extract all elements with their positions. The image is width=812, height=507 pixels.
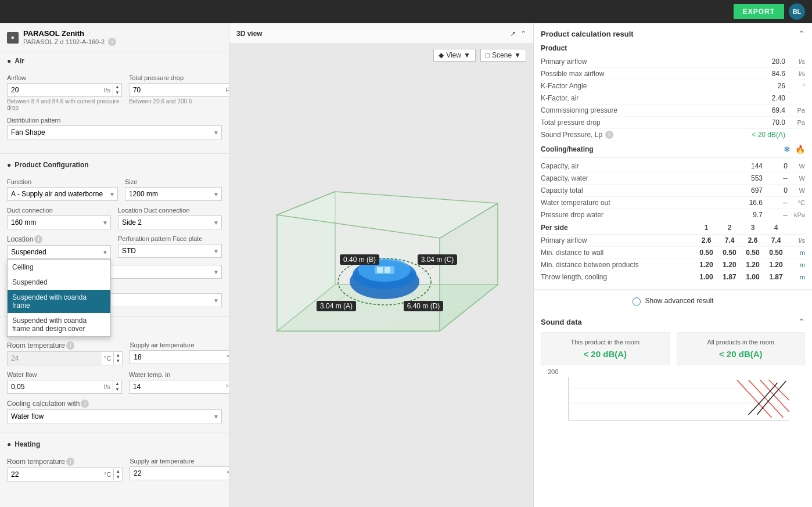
room-temp-info-icon: i	[66, 341, 74, 350]
export-button[interactable]: EXPORT	[734, 4, 784, 19]
calc-with-arrow: ▼	[211, 413, 221, 420]
function-group: Function A - Supply air and waterborne ▼	[7, 178, 118, 201]
spinner-down[interactable]: ▼	[115, 90, 120, 96]
scene-3d: 0.40 m (B) 3.04 m (C) 3.04 m (A) 6.40 m …	[242, 168, 521, 383]
sound-data-collapse-btn[interactable]: ⌃	[798, 317, 805, 326]
result-row-sound-pressure: Sound Pressure, Lp i < 20 dB(A)	[541, 129, 805, 141]
room-temp-cooling-input-wrap: °C ▲ ▼	[7, 351, 123, 365]
airflow-input-wrap: l/s ▲ ▼	[7, 83, 122, 97]
section-dot: ●	[7, 57, 11, 65]
location-duct-select-wrap: Side 2 ▼	[118, 215, 222, 229]
sound-this-value: < 20 dB(A)	[547, 349, 663, 359]
advanced-result-btn[interactable]: ◯ Show advanced result	[534, 290, 812, 311]
section-heating-header[interactable]: ● Heating	[0, 436, 229, 453]
supply-temp-heating-input[interactable]	[130, 467, 224, 480]
scene-button[interactable]: □ Scene ▼	[480, 49, 526, 62]
dropdown-item-suspended[interactable]: Suspended	[8, 275, 110, 290]
calc-with-select[interactable]: Water flow	[8, 410, 211, 423]
location-duct-select[interactable]: Side 2	[118, 216, 211, 229]
section-cooling-content: Room temperature i °C ▲ ▼ Supply air tem…	[0, 337, 229, 430]
scene-dropdown-arrow: ▼	[514, 51, 521, 59]
svg-rect-10	[385, 267, 390, 273]
location-arrow: ▼	[100, 249, 110, 256]
throw-cooling-unit-link[interactable]: m	[800, 274, 805, 281]
size-arrow: ▼	[211, 191, 221, 197]
ch-header-row: Cooling/heating ❄ 🔥	[541, 141, 805, 158]
airflow-input[interactable]	[8, 84, 102, 96]
dropdown-item-suspended-coanda-design[interactable]: Suspended with coanda frame and design c…	[8, 313, 110, 336]
calc-with-group: Cooling calculation with i Water flow ▼	[7, 400, 222, 423]
closed-sides-arrow: ▼	[211, 297, 221, 304]
min-products-unit-link[interactable]: m	[800, 261, 805, 268]
dropdown-item-ceiling[interactable]: Ceiling	[8, 260, 110, 275]
location-select-wrap: Suspended ▼	[7, 245, 111, 259]
room-temp-cooling-spinner[interactable]: ▲ ▼	[113, 353, 122, 364]
label-b: 0.40 m (B)	[343, 256, 375, 264]
pressure-drop-group: Total pressure drop Pa ▲ ▼ Between 20.6 …	[129, 74, 229, 111]
water-flow-input[interactable]	[8, 380, 102, 393]
label-a: 3.04 m (A)	[319, 302, 352, 310]
distribution-select[interactable]: Fan Shape	[8, 126, 211, 139]
supply-temp-cooling-input[interactable]	[130, 351, 224, 364]
airflow-spinner[interactable]: ▲ ▼	[113, 84, 121, 96]
collapse-view-icon[interactable]: ⌃	[520, 30, 526, 38]
size-select[interactable]: 1200 mm	[125, 188, 211, 200]
section-config-label: Product Configuration	[15, 161, 88, 169]
room-temp-cooling-group: Room temperature i °C ▲ ▼	[7, 341, 123, 365]
spinner-up[interactable]: ▲	[115, 84, 120, 90]
pressure-drop-input[interactable]	[130, 84, 224, 96]
expand-icon[interactable]: ↗	[510, 30, 516, 38]
section-air-header[interactable]: ● Air	[0, 52, 229, 70]
avatar[interactable]: BL	[789, 3, 805, 20]
supply-temp-heating-unit: °C	[224, 468, 229, 479]
svg-rect-9	[377, 267, 383, 273]
room-temp-heating-input[interactable]	[8, 468, 102, 481]
location-duct-arrow: ▼	[211, 220, 221, 226]
chart-area: 200	[541, 365, 805, 423]
result-collapse-btn[interactable]: ⌃	[798, 29, 805, 38]
location-group: Location i Suspended ▼ Ceiling Suspended…	[7, 235, 111, 259]
sound-data-header: Sound data ⌃	[541, 317, 805, 326]
water-temp-input-wrap: °C ▲ ▼	[129, 380, 229, 394]
advanced-btn-label: Show advanced result	[645, 297, 713, 305]
airflow-group: Airflow l/s ▲ ▼ Between 8.4 and 84.6 wit…	[7, 74, 122, 111]
view-button[interactable]: ◆ View ▼	[433, 49, 476, 62]
water-temp-input[interactable]	[130, 380, 224, 393]
duct-select[interactable]: 160 mm	[8, 216, 100, 229]
room-temp-heating-spinner[interactable]: ▲ ▼	[113, 469, 122, 480]
section-config-header[interactable]: ● Product Configuration	[0, 156, 229, 174]
location-select[interactable]: Suspended	[8, 246, 100, 258]
label-c: 3.04 m (C)	[421, 256, 454, 264]
min-wall-unit-link[interactable]: m	[800, 249, 805, 256]
section-dot: ●	[7, 440, 11, 448]
distribution-label: Distribution pattern	[7, 117, 222, 124]
section-config-content: Function A - Supply air and waterborne ▼…	[0, 174, 229, 314]
duct-arrow: ▼	[100, 220, 110, 226]
dropdown-item-suspended-coanda[interactable]: Suspended with coanda frame	[8, 290, 110, 313]
per-side-row-primary: Primary airflow 2.6 7.4 2.6 7.4 l/s	[541, 235, 805, 247]
room-temp-cooling-input[interactable]	[8, 352, 102, 365]
duct-group: Duct connection 160 mm ▼	[7, 207, 111, 229]
function-select[interactable]: A - Supply air and waterborne	[8, 188, 107, 200]
left-panel: ■ PARASOL Zenith PARASOL Z d 1192-A-160-…	[0, 23, 229, 507]
location-dropdown: Ceiling Suspended Suspended with coanda …	[7, 259, 111, 337]
function-label: Function	[7, 178, 118, 185]
heating-icon: 🔥	[795, 145, 805, 154]
section-heating-content: Room temperature i °C ▲ ▼ Supply air tem…	[0, 453, 229, 494]
water-flow-spinner[interactable]: ▲ ▼	[113, 381, 121, 393]
sound-this-label: This product in the room	[547, 339, 663, 346]
room-temp-heating-info-icon: i	[66, 458, 74, 466]
function-select-wrap: A - Supply air and waterborne ▼	[7, 187, 118, 201]
view-toolbar: 3D view ↗ ⌃	[229, 23, 533, 44]
result-row-kfactor-air: K-Factor, air 2.40	[541, 92, 805, 105]
location-info-icon: i	[34, 235, 42, 243]
room-temp-heating-input-wrap: °C ▲ ▼	[7, 468, 123, 481]
product-header: ■ PARASOL Zenith PARASOL Z d 1192-A-160-…	[0, 23, 229, 52]
water-flow-group: Water flow l/s ▲ ▼	[7, 371, 122, 394]
product-group-label: Product	[541, 44, 805, 52]
chart-y-label: 200	[548, 368, 558, 375]
product-icon: ■	[7, 32, 19, 44]
chart-svg	[548, 374, 798, 423]
supply-temp-heating-input-wrap: °C ▲ ▼	[130, 466, 229, 480]
perforation-select[interactable]: STD	[118, 244, 211, 257]
